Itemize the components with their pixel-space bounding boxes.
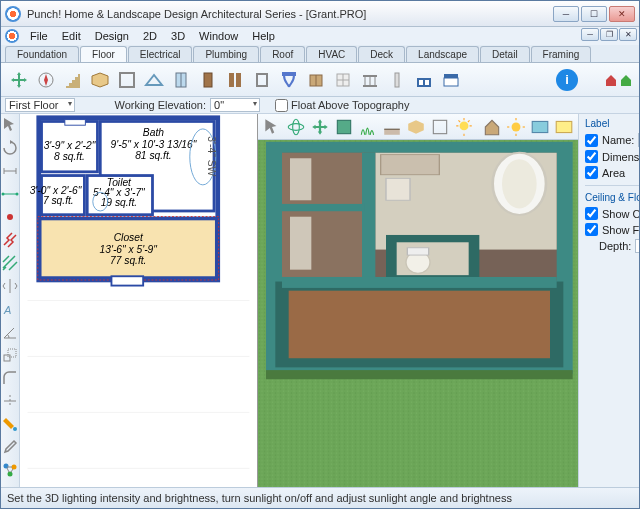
- door-icon[interactable]: [196, 68, 220, 92]
- tab-deck[interactable]: Deck: [358, 46, 405, 62]
- doc-restore-button[interactable]: ❐: [600, 28, 618, 41]
- minimize-button[interactable]: ─: [553, 6, 579, 22]
- scale-tool-icon[interactable]: [1, 346, 19, 364]
- grid-icon[interactable]: [331, 68, 355, 92]
- molecule-tool-icon[interactable]: [1, 461, 19, 479]
- orbit-3d-icon[interactable]: [286, 117, 306, 137]
- move-tool-icon[interactable]: [7, 68, 31, 92]
- app-icon: [5, 6, 21, 22]
- plan-2d-view[interactable]: Bath 9'-5" x 10'-3 13/16" 81 sq.ft. 3'-4…: [20, 114, 258, 487]
- menu-design[interactable]: Design: [88, 29, 136, 43]
- svg-rect-54: [111, 276, 143, 285]
- svg-rect-21: [425, 80, 429, 85]
- frame-3d-icon[interactable]: [430, 117, 450, 137]
- floor-3d-icon[interactable]: [406, 117, 426, 137]
- sun-3d-icon[interactable]: [506, 117, 526, 137]
- maximize-button[interactable]: ☐: [581, 6, 607, 22]
- float-topography-checkbox[interactable]: [275, 99, 288, 112]
- settings-3d-icon[interactable]: [554, 117, 574, 137]
- svg-rect-98: [266, 370, 573, 379]
- info-icon[interactable]: i: [556, 69, 578, 91]
- pan-3d-icon[interactable]: [310, 117, 330, 137]
- lighting-3d-icon[interactable]: [454, 117, 474, 137]
- fillet-tool-icon[interactable]: [1, 369, 19, 387]
- area-checkbox[interactable]: [585, 166, 598, 179]
- tab-foundation[interactable]: Foundation: [5, 46, 79, 62]
- paint-tool-icon[interactable]: [1, 415, 19, 433]
- tab-hvac[interactable]: HVAC: [306, 46, 357, 62]
- tab-roof[interactable]: Roof: [260, 46, 305, 62]
- measure-tool-icon[interactable]: [1, 162, 19, 180]
- window-icon[interactable]: [169, 68, 193, 92]
- opening-icon[interactable]: [250, 68, 274, 92]
- doc-close-button[interactable]: ✕: [619, 28, 637, 41]
- roof-slope-icon[interactable]: [142, 68, 166, 92]
- doc-minimize-button[interactable]: ─: [581, 28, 599, 41]
- statusbar: Set the 3D lighting intensity and bright…: [1, 487, 639, 508]
- flip-tool-icon[interactable]: [1, 277, 19, 295]
- svg-rect-4: [204, 73, 212, 87]
- pointer-tool-icon[interactable]: [1, 116, 19, 134]
- double-door-icon[interactable]: [223, 68, 247, 92]
- rotate-tool-icon[interactable]: [1, 139, 19, 157]
- closet-dim: 13'-6" x 5'-9": [100, 244, 159, 255]
- house-3d-icon[interactable]: [482, 117, 502, 137]
- tab-framing[interactable]: Framing: [531, 46, 592, 62]
- depth-input[interactable]: [635, 239, 639, 253]
- text-tool-icon[interactable]: A: [1, 300, 19, 318]
- house-preset-icon[interactable]: [604, 73, 633, 87]
- name-checkbox[interactable]: [585, 134, 598, 147]
- level-3d-icon[interactable]: [382, 117, 402, 137]
- pointer-3d-icon[interactable]: [262, 117, 282, 137]
- compass-icon[interactable]: [34, 68, 58, 92]
- tab-electrical[interactable]: Electrical: [128, 46, 193, 62]
- tab-landscape[interactable]: Landscape: [406, 46, 479, 62]
- menu-3d[interactable]: 3D: [164, 29, 192, 43]
- hatch-tool-icon[interactable]: [1, 254, 19, 272]
- name-input[interactable]: [638, 133, 639, 147]
- menu-window[interactable]: Window: [192, 29, 245, 43]
- show-floor-checkbox[interactable]: [585, 223, 598, 236]
- cabinet-icon[interactable]: [304, 68, 328, 92]
- show-ceiling-checkbox[interactable]: [585, 207, 598, 220]
- break-tool-icon[interactable]: [1, 231, 19, 249]
- wall-icon[interactable]: [115, 68, 139, 92]
- dimensions-checkbox[interactable]: [585, 150, 598, 163]
- floor-icon[interactable]: [88, 68, 112, 92]
- trim-tool-icon[interactable]: [1, 392, 19, 410]
- svg-rect-18: [395, 73, 399, 87]
- railing-icon[interactable]: [358, 68, 382, 92]
- svg-point-60: [293, 119, 300, 135]
- menu-file[interactable]: File: [23, 29, 55, 43]
- curtain-icon[interactable]: [277, 68, 301, 92]
- ceiling-icon[interactable]: [439, 68, 463, 92]
- stairs-icon[interactable]: [61, 68, 85, 92]
- eyedropper-tool-icon[interactable]: [1, 438, 19, 456]
- interior-icon[interactable]: [412, 68, 436, 92]
- preview-3d-icon[interactable]: [530, 117, 550, 137]
- svg-rect-1: [120, 73, 134, 87]
- close-button[interactable]: ✕: [609, 6, 635, 22]
- note: 3'-4" SW: [206, 136, 217, 176]
- svg-rect-33: [8, 349, 16, 357]
- point-tool-icon[interactable]: [1, 208, 19, 226]
- menu-edit[interactable]: Edit: [55, 29, 88, 43]
- bath-name: Bath: [143, 127, 164, 138]
- tab-plumbing[interactable]: Plumbing: [193, 46, 259, 62]
- dimension-tool-icon[interactable]: [1, 185, 19, 203]
- titlebar[interactable]: Punch! Home & Landscape Design Architect…: [1, 1, 639, 27]
- tab-floor[interactable]: Floor: [80, 46, 127, 62]
- bath-area: 81 sq.ft.: [135, 150, 171, 161]
- menu-app-icon: [5, 29, 19, 43]
- grass-3d-icon[interactable]: [358, 117, 378, 137]
- elevation-value[interactable]: 0": [210, 98, 260, 112]
- texture-3d-icon[interactable]: [334, 117, 354, 137]
- floor-select[interactable]: First Floor: [5, 98, 75, 112]
- angular-dim-icon[interactable]: [1, 323, 19, 341]
- column-icon[interactable]: [385, 68, 409, 92]
- svg-point-84: [502, 159, 537, 208]
- tab-detail[interactable]: Detail: [480, 46, 530, 62]
- menu-help[interactable]: Help: [245, 29, 282, 43]
- viewport-3d[interactable]: [258, 140, 578, 487]
- menu-2d[interactable]: 2D: [136, 29, 164, 43]
